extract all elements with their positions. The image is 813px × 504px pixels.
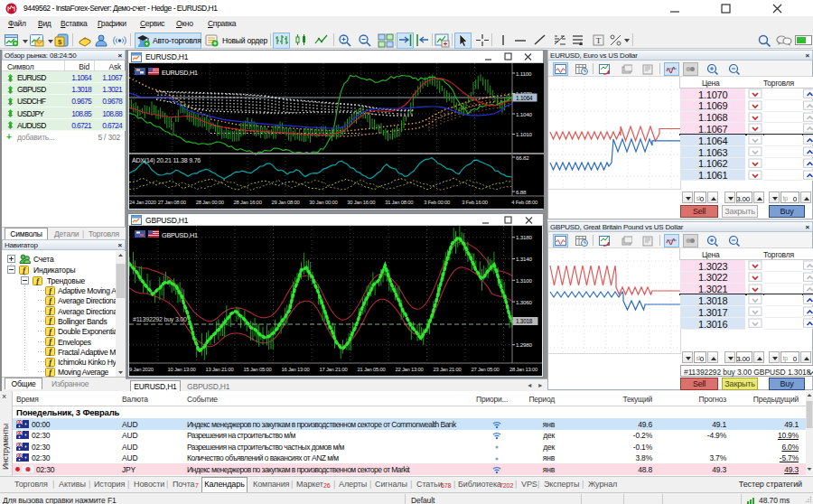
svg-text:29 Jan 08:00: 29 Jan 08:00 (271, 200, 299, 205)
svg-text:30 Jan 00:00: 30 Jan 00:00 (309, 200, 337, 205)
svg-text:23 Jan 21:00: 23 Jan 21:00 (433, 367, 461, 372)
svg-text:#11392292 buy 3.00: #11392292 buy 3.00 (133, 316, 187, 323)
svg-text:66.82: 66.82 (516, 154, 529, 161)
svg-text:28 Jan 16:00: 28 Jan 16:00 (234, 200, 262, 205)
svg-text:9 Jan 2020: 9 Jan 2020 (129, 367, 154, 372)
svg-text:30 Jan 16:00: 30 Jan 16:00 (347, 200, 375, 205)
svg-text:21 Jan 05:00: 21 Jan 05:00 (357, 367, 385, 372)
svg-text:1.3018: 1.3018 (516, 318, 533, 324)
svg-text:10 Jan 13:00: 10 Jan 13:00 (167, 367, 195, 372)
svg-text:6.88: 6.88 (516, 189, 527, 195)
svg-text:EURUSD,H1: EURUSD,H1 (162, 69, 198, 77)
svg-text:1.3140: 1.3140 (516, 256, 532, 262)
svg-text:3 Feb 00:00: 3 Feb 00:00 (424, 200, 450, 205)
svg-text:1.3180: 1.3180 (516, 234, 532, 240)
svg-text:1.3100: 1.3100 (516, 277, 532, 284)
svg-text:22 Jan 13:00: 22 Jan 13:00 (395, 367, 423, 372)
svg-text:1.1040: 1.1040 (516, 111, 532, 117)
svg-text:4 Feb 08:00: 4 Feb 08:00 (511, 200, 537, 205)
svg-text:31 Jan 08:00: 31 Jan 08:00 (385, 200, 413, 205)
svg-text:24 Jan 2020: 24 Jan 2020 (129, 200, 156, 205)
svg-text:27 Jan 08:00: 27 Jan 08:00 (158, 200, 186, 205)
svg-text:16 Jan 13:00: 16 Jan 13:00 (281, 367, 309, 372)
svg-text:15 Jan 05:00: 15 Jan 05:00 (243, 367, 271, 372)
svg-text:3 Feb 16:00: 3 Feb 16:00 (462, 200, 488, 205)
svg-text:28 Jan 13:00: 28 Jan 13:00 (509, 367, 537, 372)
svg-text:1.1064: 1.1064 (516, 95, 533, 101)
svg-text:1.1100: 1.1100 (516, 70, 532, 77)
svg-text:1.1010: 1.1010 (516, 131, 532, 137)
svg-text:T: T (596, 36, 602, 45)
svg-text:17 Jan 21:00: 17 Jan 21:00 (319, 367, 347, 372)
svg-text:GBPUSD,H1: GBPUSD,H1 (162, 231, 198, 239)
svg-text:28 Jan 00:00: 28 Jan 00:00 (196, 200, 224, 205)
svg-text:ADX(14) 20.21 11.38 9.76: ADX(14) 20.21 11.38 9.76 (132, 157, 201, 164)
svg-text:13 Jan 21:00: 13 Jan 21:00 (205, 367, 233, 372)
svg-text:1.3060: 1.3060 (516, 299, 532, 305)
svg-text:27 Jan 05:00: 27 Jan 05:00 (471, 367, 499, 372)
svg-text:1.2980: 1.2980 (516, 341, 532, 348)
